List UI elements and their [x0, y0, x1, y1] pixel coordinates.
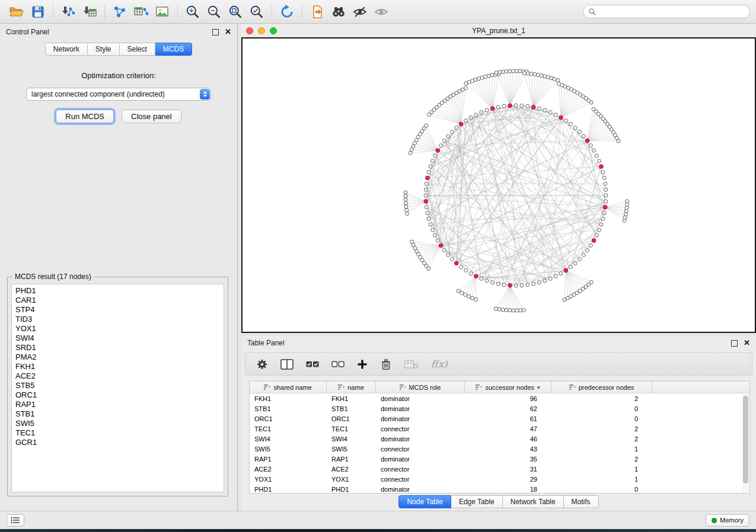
network-node[interactable]: [496, 282, 500, 286]
function-builder-button[interactable]: f(x): [431, 358, 447, 370]
network-node[interactable]: [589, 144, 592, 148]
network-node[interactable]: [582, 253, 585, 257]
network-node[interactable]: [589, 280, 593, 284]
mcds-result-item[interactable]: YOX1: [12, 324, 224, 334]
close-panel-button[interactable]: Close panel: [122, 110, 181, 123]
network-node[interactable]: [501, 308, 505, 312]
network-node[interactable]: [496, 105, 500, 109]
mcds-result-item[interactable]: PHD1: [12, 286, 224, 296]
mcds-result-item[interactable]: SWI5: [12, 419, 224, 428]
select-all-button[interactable]: [306, 360, 319, 369]
network-node[interactable]: [519, 309, 522, 312]
new-network-button[interactable]: [109, 3, 130, 21]
scrollbar-thumb[interactable]: [743, 396, 748, 483]
window-minimize-button[interactable]: [258, 27, 265, 34]
network-node-dominator[interactable]: [592, 239, 596, 243]
network-node[interactable]: [514, 104, 518, 107]
network-node[interactable]: [597, 228, 601, 232]
network-node[interactable]: [404, 194, 407, 198]
network-node[interactable]: [469, 272, 473, 275]
network-node[interactable]: [589, 243, 592, 247]
network-node[interactable]: [457, 289, 460, 293]
network-node-dominator[interactable]: [436, 149, 440, 153]
network-node[interactable]: [446, 134, 450, 138]
network-node[interactable]: [464, 82, 468, 85]
network-node[interactable]: [425, 182, 428, 185]
network-node[interactable]: [404, 198, 407, 201]
tab-mcds[interactable]: MCDS: [155, 43, 192, 56]
network-node[interactable]: [526, 283, 529, 287]
network-node[interactable]: [573, 261, 577, 265]
network-node[interactable]: [424, 188, 428, 191]
memory-button[interactable]: Memory: [706, 514, 749, 527]
network-node[interactable]: [569, 122, 573, 126]
network-node[interactable]: [404, 205, 408, 209]
tab-network-table[interactable]: Network Table: [503, 495, 564, 508]
network-node-dominator[interactable]: [459, 122, 463, 126]
column-header-predecessor-nodes[interactable]: predecessor nodes: [551, 382, 652, 393]
network-canvas[interactable]: [241, 37, 756, 333]
network-node[interactable]: [626, 200, 629, 203]
network-node[interactable]: [520, 104, 524, 107]
network-node[interactable]: [578, 130, 582, 134]
network-node[interactable]: [485, 108, 489, 112]
network-node[interactable]: [599, 223, 603, 226]
network-node[interactable]: [508, 309, 512, 312]
search-field[interactable]: [583, 5, 750, 18]
network-node[interactable]: [592, 107, 595, 111]
network-node[interactable]: [515, 69, 518, 73]
float-panel-button[interactable]: [212, 29, 219, 36]
network-node[interactable]: [439, 144, 443, 148]
tab-node-table[interactable]: Node Table: [398, 495, 451, 508]
network-node-dominator[interactable]: [474, 274, 478, 278]
network-node[interactable]: [429, 165, 432, 168]
show-columns-button[interactable]: [280, 359, 294, 370]
network-node[interactable]: [464, 268, 468, 272]
network-node[interactable]: [425, 206, 428, 209]
network-node[interactable]: [595, 233, 598, 237]
network-node[interactable]: [431, 228, 435, 232]
network-node-dominator[interactable]: [531, 105, 535, 110]
column-header-mcds-role[interactable]: MCDS role: [376, 382, 465, 393]
mcds-result-item[interactable]: GCR1: [12, 438, 224, 447]
zoom-fit-button[interactable]: [225, 3, 246, 21]
save-session-button[interactable]: [27, 3, 49, 21]
network-node[interactable]: [464, 119, 468, 123]
network-node[interactable]: [505, 70, 508, 73]
network-node[interactable]: [537, 107, 541, 110]
network-node[interactable]: [522, 309, 526, 312]
network-node-dominator[interactable]: [508, 104, 512, 108]
network-node[interactable]: [529, 72, 533, 76]
network-node[interactable]: [540, 74, 543, 78]
run-mcds-button[interactable]: Run MCDS: [56, 110, 114, 123]
toggle-graphics-details-button[interactable]: [349, 3, 371, 21]
table-row[interactable]: ACE2ACE2connector311: [250, 464, 749, 474]
network-node[interactable]: [502, 70, 505, 73]
window-close-button[interactable]: [246, 27, 253, 34]
network-node[interactable]: [451, 258, 454, 261]
network-node[interactable]: [597, 159, 601, 163]
table-row[interactable]: TEC1TEC1connector472: [250, 424, 749, 434]
table-row[interactable]: YOX1YOX1connector291: [250, 474, 749, 484]
mcds-result-item[interactable]: STB1: [12, 409, 224, 419]
mcds-result-item[interactable]: STB5: [12, 381, 224, 390]
network-node[interactable]: [512, 69, 515, 73]
network-node[interactable]: [409, 151, 412, 155]
network-node[interactable]: [543, 108, 547, 112]
network-node-dominator[interactable]: [439, 243, 443, 248]
network-node[interactable]: [455, 126, 458, 130]
network-node-dominator[interactable]: [599, 165, 604, 169]
search-network-button[interactable]: [328, 3, 349, 21]
network-node[interactable]: [604, 200, 608, 203]
table-row[interactable]: SWI4SWI4dominator462: [250, 434, 749, 444]
network-node[interactable]: [446, 253, 450, 257]
unselect-all-button[interactable]: [331, 360, 344, 369]
mcds-result-item[interactable]: FKH1: [12, 362, 224, 371]
close-panel-icon-button[interactable]: ✕: [225, 28, 231, 36]
network-node[interactable]: [537, 281, 541, 284]
network-from-table-button[interactable]: [130, 3, 152, 21]
zoom-out-button[interactable]: [203, 3, 225, 21]
network-node[interactable]: [543, 75, 547, 78]
network-node[interactable]: [522, 72, 526, 75]
network-node[interactable]: [595, 154, 598, 158]
